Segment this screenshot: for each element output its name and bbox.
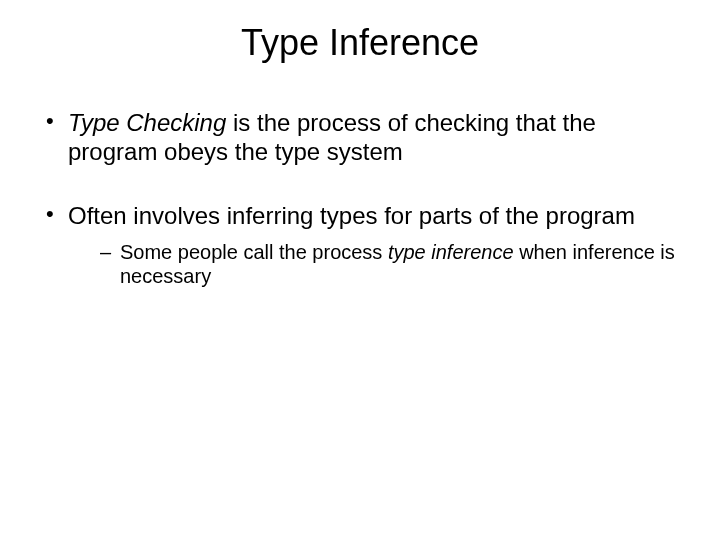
sub-bullet-item: Some people call the process type infere… — [96, 240, 686, 288]
bullet-item: Type Checking is the process of checking… — [40, 108, 686, 167]
sub-bullet-list: Some people call the process type infere… — [96, 240, 686, 288]
bullet-list: Type Checking is the process of checking… — [40, 108, 686, 288]
sub-bullet-text-pre: Some people call the process — [120, 241, 388, 263]
slide: Type Inference Type Checking is the proc… — [0, 0, 720, 540]
bullet-text: Often involves inferring types for parts… — [68, 202, 635, 229]
term-type-inference: type inference — [388, 241, 514, 263]
bullet-item: Often involves inferring types for parts… — [40, 201, 686, 288]
slide-title: Type Inference — [34, 22, 686, 64]
term-type-checking: Type Checking — [68, 109, 226, 136]
